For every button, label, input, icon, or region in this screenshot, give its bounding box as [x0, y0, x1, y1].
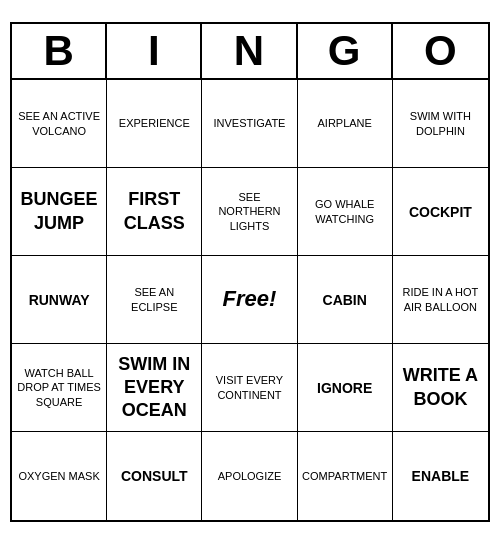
- bingo-card: BINGO SEE AN ACTIVE VOLCANOEXPERIENCEINV…: [10, 22, 490, 522]
- bingo-letter-i: I: [107, 24, 202, 78]
- bingo-cell-20: OXYGEN MASK: [12, 432, 107, 520]
- bingo-cell-24: ENABLE: [393, 432, 488, 520]
- bingo-cell-10: RUNWAY: [12, 256, 107, 344]
- bingo-cell-18: IGNORE: [298, 344, 393, 432]
- bingo-cell-6: FIRST CLASS: [107, 168, 202, 256]
- bingo-grid: SEE AN ACTIVE VOLCANOEXPERIENCEINVESTIGA…: [12, 80, 488, 520]
- bingo-cell-3: AIRPLANE: [298, 80, 393, 168]
- bingo-cell-0: SEE AN ACTIVE VOLCANO: [12, 80, 107, 168]
- bingo-letter-b: B: [12, 24, 107, 78]
- bingo-cell-2: INVESTIGATE: [202, 80, 297, 168]
- bingo-cell-11: SEE AN ECLIPSE: [107, 256, 202, 344]
- bingo-cell-15: WATCH BALL DROP AT TIMES SQUARE: [12, 344, 107, 432]
- bingo-cell-8: GO WHALE WATCHING: [298, 168, 393, 256]
- bingo-cell-22: APOLOGIZE: [202, 432, 297, 520]
- bingo-cell-4: SWIM WITH DOLPHIN: [393, 80, 488, 168]
- bingo-letter-n: N: [202, 24, 297, 78]
- bingo-letter-o: O: [393, 24, 488, 78]
- bingo-header: BINGO: [12, 24, 488, 80]
- bingo-cell-13: CABIN: [298, 256, 393, 344]
- bingo-cell-19: WRITE A BOOK: [393, 344, 488, 432]
- bingo-cell-12: Free!: [202, 256, 297, 344]
- bingo-cell-9: COCKPIT: [393, 168, 488, 256]
- bingo-cell-23: COMPARTMENT: [298, 432, 393, 520]
- bingo-cell-16: SWIM IN EVERY OCEAN: [107, 344, 202, 432]
- bingo-cell-7: SEE NORTHERN LIGHTS: [202, 168, 297, 256]
- bingo-cell-1: EXPERIENCE: [107, 80, 202, 168]
- bingo-cell-14: RIDE IN A HOT AIR BALLOON: [393, 256, 488, 344]
- bingo-cell-5: BUNGEE JUMP: [12, 168, 107, 256]
- bingo-letter-g: G: [298, 24, 393, 78]
- bingo-cell-21: CONSULT: [107, 432, 202, 520]
- bingo-cell-17: VISIT EVERY CONTINENT: [202, 344, 297, 432]
